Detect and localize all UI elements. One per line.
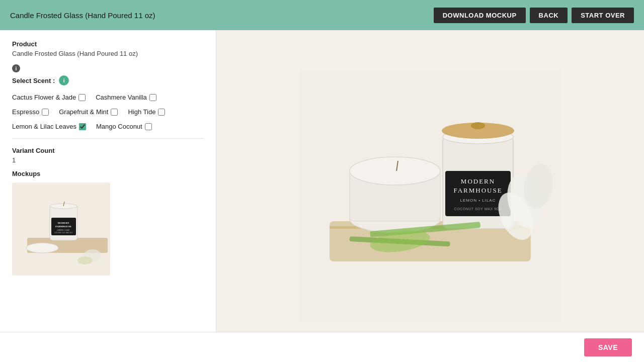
left-panel: Product Candle Frosted Glass (Hand Poure… <box>0 30 216 362</box>
header-buttons: DOWNLOAD MOCKUP BACK START OVER <box>434 8 634 23</box>
svg-text:LEMON • LILAC: LEMON • LILAC <box>57 229 70 231</box>
save-button[interactable]: SAVE <box>584 338 632 356</box>
back-button[interactable]: BACK <box>530 8 568 23</box>
variant-count-label: Variant Count <box>12 147 204 154</box>
start-over-button[interactable]: START OVER <box>572 8 634 23</box>
select-scent-row: Select Scent : i <box>12 75 204 85</box>
svg-text:MODERN: MODERN <box>461 177 495 185</box>
svg-text:FARMHOUSE: FARMHOUSE <box>453 187 502 194</box>
svg-text:COCONUT SOY WAX 9OZ: COCONUT SOY WAX 9OZ <box>54 232 73 234</box>
scent-row-3: Lemon & Lilac Leaves Mango Coconut <box>12 123 204 130</box>
candle-scene: MODERN FARMHOUSE LEMON • LILAC COCONUT S… <box>299 70 561 322</box>
svg-text:FARMHOUSE: FARMHOUSE <box>55 225 72 228</box>
svg-text:MODERN: MODERN <box>58 222 69 224</box>
scent-row-2: Espresso Grapefruit & Mint High Tide <box>12 108 204 116</box>
scent-label-cashmere: Cashmere Vanilla <box>96 94 147 101</box>
scent-label-mango: Mango Coconut <box>96 123 142 130</box>
scent-item-hightide[interactable]: High Tide <box>128 108 165 116</box>
scent-item-mango[interactable]: Mango Coconut <box>96 123 152 130</box>
main-layout: Product Candle Frosted Glass (Hand Poure… <box>0 30 644 362</box>
scent-label-lemon: Lemon & Lilac Leaves <box>12 123 76 130</box>
svg-text:COCONUT SOY WAX 9OZ: COCONUT SOY WAX 9OZ <box>454 207 502 211</box>
scent-info-icon[interactable]: i <box>59 75 69 85</box>
scent-row-1: Cactus Flower & Jade Cashmere Vanilla <box>12 94 204 101</box>
right-panel: MODERN FARMHOUSE LEMON • LILAC COCONUT S… <box>216 30 644 362</box>
scent-checkbox-mango[interactable] <box>145 123 152 130</box>
svg-point-12 <box>77 256 93 264</box>
download-mockup-button[interactable]: DOWNLOAD MOCKUP <box>434 8 526 23</box>
mockups-label: Mockups <box>12 170 204 177</box>
info-row: i <box>12 64 204 72</box>
scent-label-grapefruit: Grapefruit & Mint <box>59 108 108 116</box>
mockup-thumbnail[interactable]: MODERN FARMHOUSE LEMON • LILAC COCONUT S… <box>12 183 110 276</box>
product-value: Candle Frosted Glass (Hand Poured 11 oz) <box>12 50 204 57</box>
svg-point-10 <box>26 243 58 253</box>
scent-checkbox-espresso[interactable] <box>42 109 49 116</box>
scent-checkbox-hightide[interactable] <box>158 109 165 116</box>
scent-label-espresso: Espresso <box>12 108 39 116</box>
svg-point-29 <box>471 122 485 129</box>
info-icon[interactable]: i <box>12 64 20 72</box>
scent-item-cashmere[interactable]: Cashmere Vanilla <box>96 94 156 101</box>
scent-checkbox-cactus[interactable] <box>78 94 86 101</box>
scent-item-grapefruit[interactable]: Grapefruit & Mint <box>59 108 118 116</box>
product-label: Product <box>12 40 204 48</box>
scent-item-lemon[interactable]: Lemon & Lilac Leaves <box>12 123 86 130</box>
header-title: Candle Frosted Glass (Hand Poured 11 oz) <box>10 11 155 20</box>
scent-item-cactus[interactable]: Cactus Flower & Jade <box>12 94 86 101</box>
svg-point-18 <box>350 157 440 185</box>
divider <box>12 138 204 139</box>
scent-options: Cactus Flower & Jade Cashmere Vanilla Es… <box>12 94 204 130</box>
scent-checkbox-cashmere[interactable] <box>149 94 156 101</box>
scent-checkbox-lemon[interactable] <box>79 123 86 130</box>
select-scent-label: Select Scent : <box>12 77 55 84</box>
scent-item-espresso[interactable]: Espresso <box>12 108 49 116</box>
scent-label-hightide: High Tide <box>128 108 155 116</box>
bottom-bar: SAVE <box>0 332 644 362</box>
svg-text:LEMON • LILAC: LEMON • LILAC <box>460 198 496 203</box>
scent-checkbox-grapefruit[interactable] <box>111 109 118 116</box>
scent-label-cactus: Cactus Flower & Jade <box>12 94 76 101</box>
header: Candle Frosted Glass (Hand Poured 11 oz)… <box>0 0 644 30</box>
variant-count-value: 1 <box>12 156 204 164</box>
